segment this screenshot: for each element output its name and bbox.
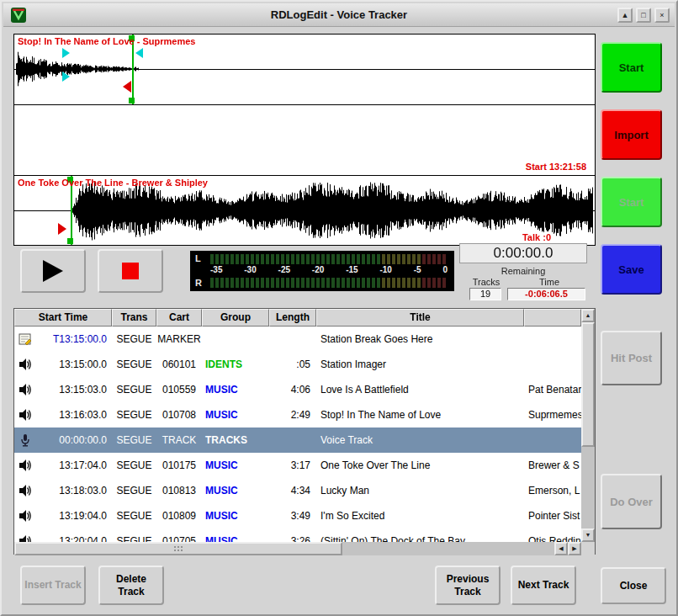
row-artist: Otis Reddin <box>524 528 581 542</box>
row-cart: TRACK <box>156 427 202 453</box>
column-header[interactable]: Cart <box>156 309 202 327</box>
row-start-time: 13:19:04.0 <box>36 503 112 528</box>
log-row[interactable]: 13:15:03.0SEGUE010559MUSIC4:06Love Is A … <box>14 377 581 402</box>
segue-end-marker-icon[interactable] <box>135 48 143 58</box>
segue-start-marker-icon[interactable] <box>62 72 70 82</box>
log-row[interactable]: 13:19:04.0SEGUE010809MUSIC3:49I'm So Exc… <box>14 503 581 528</box>
row-trans: SEGUE <box>112 528 156 542</box>
row-group: MUSIC <box>202 453 269 478</box>
note-icon <box>14 332 36 346</box>
mic-icon <box>14 433 36 447</box>
row-length: 3:17 <box>269 453 316 478</box>
row-group: TRACKS <box>202 427 269 453</box>
play-icon <box>43 260 63 282</box>
scroll-left-icon[interactable]: ◀ <box>554 542 568 555</box>
log-row[interactable]: 13:20:04.0SEGUE010705MUSIC3:26(Sittin' O… <box>14 528 581 542</box>
fade-marker-icon[interactable] <box>123 81 131 93</box>
log-table: Start TimeTransCartGroupLengthTitle T13:… <box>13 308 596 555</box>
column-header[interactable]: Start Time <box>14 309 112 327</box>
tracks-label: Tracks <box>464 277 508 287</box>
stop-icon <box>122 263 139 279</box>
scroll-down-icon[interactable]: ▼ <box>581 528 595 542</box>
row-cart: 010175 <box>156 453 202 478</box>
row-title: (Sittin' On) The Dock of The Bay <box>316 528 524 542</box>
row-start-time: 13:15:03.0 <box>36 377 112 402</box>
vertical-scrollbar[interactable]: ▲ ▼ <box>581 309 595 542</box>
tracker-waveform-area: Stop! In The Name of Love - Suprmemes St… <box>13 34 596 246</box>
scrollbar-corner <box>581 542 595 555</box>
row-group: MUSIC <box>202 528 269 542</box>
row-title: Station Imager <box>316 352 524 377</box>
log-row[interactable]: T13:15:00.0SEGUEMARKERStation Break Goes… <box>14 327 581 352</box>
row-length: 2:49 <box>269 402 316 427</box>
row-start-time: 13:15:00.0 <box>36 352 112 377</box>
delete-track-button[interactable]: Delete Track <box>98 566 164 605</box>
row-group: MUSIC <box>202 402 269 427</box>
vertical-scroll-thumb[interactable] <box>581 322 595 447</box>
hit-post-button[interactable]: Hit Post <box>601 331 662 385</box>
import-button[interactable]: Import <box>601 109 662 160</box>
stop-button[interactable] <box>98 249 163 293</box>
log-row[interactable]: 13:18:03.0SEGUE010813MUSIC4:34Lucky ManE… <box>14 478 581 503</box>
remaining-label: Remaining <box>459 266 587 276</box>
log-row[interactable]: 13:17:04.0SEGUE010175MUSIC3:17One Toke O… <box>14 453 581 478</box>
scroll-right-icon[interactable]: ▶ <box>568 542 581 555</box>
column-header[interactable]: Length <box>269 309 316 327</box>
row-group: MUSIC <box>202 377 269 402</box>
row-trans: SEGUE <box>112 327 156 352</box>
talk-time-label: Talk :0 <box>522 232 551 242</box>
insert-track-button[interactable]: Insert Track <box>20 566 86 605</box>
row-title: I'm So Excited <box>316 503 524 528</box>
do-over-button[interactable]: Do Over <box>601 474 662 529</box>
play-button[interactable] <box>20 249 86 293</box>
start-track2-button[interactable]: Start <box>601 177 662 227</box>
marker-handle-icon[interactable] <box>67 238 73 244</box>
left-meter-leds <box>210 254 449 264</box>
row-trans: SEGUE <box>112 478 156 503</box>
voice-tracker-window: RDLogEdit - Voice Tracker ▲ □ × Stop! In… <box>0 0 678 616</box>
speaker-icon <box>14 509 36 523</box>
row-artist: Pointer Sist <box>524 503 581 528</box>
marker-handle-icon[interactable] <box>129 98 135 104</box>
log-row[interactable]: 13:15:00.0SEGUE060101IDENTS:05Station Im… <box>14 352 581 377</box>
right-channel-label: R <box>195 278 207 288</box>
start-track1-button[interactable]: Start <box>601 42 662 93</box>
row-title: Voice Track <box>316 427 524 453</box>
close-window-button[interactable]: × <box>654 8 670 23</box>
column-header[interactable]: Title <box>316 309 524 327</box>
shade-button[interactable]: ▲ <box>617 8 633 23</box>
close-button[interactable]: Close <box>601 567 666 604</box>
save-button[interactable]: Save <box>601 244 662 295</box>
row-cart: 010705 <box>156 528 202 542</box>
next-track-button[interactable]: Next Track <box>511 566 576 605</box>
column-header[interactable]: Trans <box>112 309 156 327</box>
row-cart: MARKER <box>156 327 202 352</box>
track2-waveform-panel[interactable]: One Toke Over The Line - Brewer & Shiple… <box>14 176 595 245</box>
row-start-time: T13:15:00.0 <box>36 327 112 352</box>
row-artist <box>524 352 581 377</box>
row-group: MUSIC <box>202 503 269 528</box>
previous-track-button[interactable]: Previous Track <box>435 566 501 605</box>
row-length: :05 <box>269 352 316 377</box>
row-title: Stop! In The Name of Love <box>316 402 524 427</box>
log-row[interactable]: 13:16:03.0SEGUE010708MUSIC2:49Stop! In T… <box>14 402 581 427</box>
voicetrack-panel[interactable]: Start 13:21:58 <box>14 105 595 176</box>
segue-start-marker-icon[interactable] <box>62 48 70 58</box>
maximize-button[interactable]: □ <box>636 8 651 23</box>
row-length: 4:34 <box>269 478 316 503</box>
column-header[interactable] <box>524 309 581 327</box>
row-artist: Emerson, L <box>524 478 581 503</box>
track1-waveform-panel[interactable]: Stop! In The Name of Love - Suprmemes <box>14 35 595 105</box>
scroll-up-icon[interactable]: ▲ <box>581 309 595 322</box>
row-artist <box>524 327 581 352</box>
talk-marker-icon[interactable] <box>58 223 66 235</box>
column-header[interactable]: Group <box>202 309 269 327</box>
titlebar[interactable]: RDLogEdit - Voice Tracker ▲ □ × <box>3 3 675 27</box>
speaker-icon <box>14 358 36 371</box>
audio-level-meter: L R -35-30-25-20-15-10-50 <box>190 251 454 291</box>
horizontal-scroll-thumb[interactable] <box>14 542 342 555</box>
log-row[interactable]: 00:00:00.0SEGUETRACKTRACKSVoice Track <box>14 427 581 453</box>
row-start-time: 13:16:03.0 <box>36 402 112 427</box>
horizontal-scrollbar[interactable]: ◀ ▶ <box>14 542 581 555</box>
track1-title: Stop! In The Name of Love - Suprmemes <box>18 36 195 46</box>
